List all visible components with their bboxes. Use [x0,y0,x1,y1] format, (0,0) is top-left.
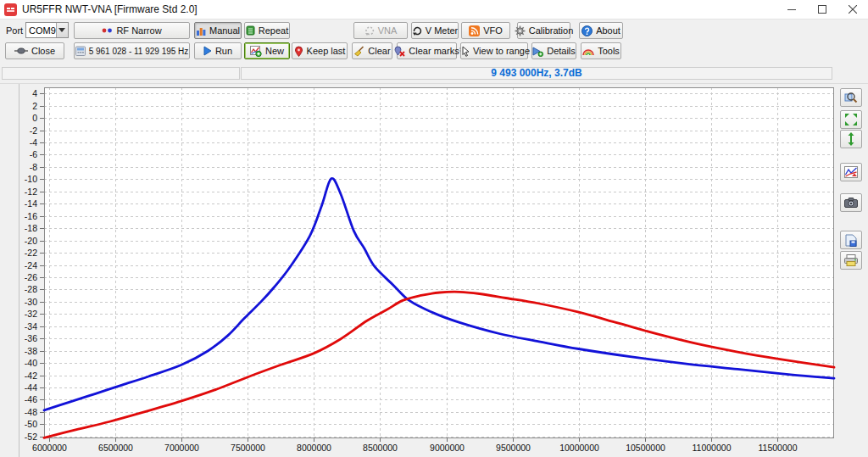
y-tick-label: 4 [32,88,37,98]
close-sweep-button[interactable]: Close [5,42,64,59]
manual-button[interactable]: Manual [194,22,242,39]
screenshot-button[interactable] [840,193,862,212]
marker-readout: 9 493 000Hz, 3.7dB [242,68,832,79]
port-select[interactable]: COM9 [25,22,69,38]
repeat-button[interactable]: Repeat [244,22,290,39]
rf-narrow-button[interactable]: RF Narrow [74,22,190,39]
y-tick-label: -20 [25,236,37,246]
grid-layer [44,87,834,438]
save-icon [845,234,857,247]
details-icon [532,46,543,57]
y-tick-label: -18 [25,223,37,233]
maximize-button[interactable] [807,0,837,19]
zoom-select-button[interactable] [840,88,862,107]
window-controls [776,0,868,19]
port-label: Port [6,25,23,36]
print-icon [844,254,858,266]
vfo-label: VFO [483,25,503,36]
port-value: COM9 [26,25,56,36]
keep-last-button[interactable]: Keep last [292,42,348,59]
plot-background [44,87,834,438]
vertical-scale-button[interactable] [840,130,862,148]
frequency-range-label: 5 961 028 - 11 929 195 Hz [89,47,189,56]
new-button[interactable]: New [244,42,290,59]
close-window-button[interactable] [837,0,868,19]
y-tick-label: -16 [25,211,37,221]
y-tick-label: -44 [25,382,37,393]
x-tick-label: 9000000 [430,443,465,453]
details-button[interactable]: Details [531,42,576,59]
y-tick-label: -4 [30,137,37,148]
view-to-range-button[interactable]: View to range [460,42,528,59]
rainbow-icon [582,47,594,55]
clear-marks-button[interactable]: Clear marks [397,42,457,59]
zoom-select-icon [844,91,858,104]
x-tick-label: 11000000 [693,443,732,453]
y-tick-label: -28 [25,284,37,294]
broom-icon [353,46,364,57]
x-tick-label: 11500000 [759,443,798,453]
y-tick-label: -2 [30,125,37,136]
vertical-scale-icon [847,132,855,146]
run-button[interactable]: Run [194,42,242,59]
y-tick-label: 2 [32,101,37,111]
rf-dots-icon [102,27,113,34]
y-tick-label: -30 [25,297,37,307]
manual-label: Manual [209,25,240,36]
circular-arrows-icon [412,25,422,36]
print-button[interactable] [840,251,862,270]
y-tick-label: -32 [25,309,37,319]
vna-button[interactable]: VNA [353,22,408,39]
calibration-label: Calibration [529,25,574,36]
calibration-button[interactable]: Calibration [517,22,570,39]
y-tick-label: -10 [25,174,37,184]
save-button[interactable] [840,231,862,249]
rf-narrow-label: RF Narrow [116,25,161,36]
status-panel-marker: 9 493 000Hz, 3.7dB [241,67,832,80]
details-label: Details [547,46,576,56]
pin-icon [294,46,303,57]
gear-icon [515,25,526,36]
minimize-button[interactable] [776,0,807,19]
keep-last-label: Keep last [307,46,346,56]
clear-marks-label: Clear marks [409,46,459,56]
y-tick-label: -6 [30,149,37,159]
vna-icon [364,25,375,36]
fit-view-button[interactable] [840,110,862,129]
y-tick-label: -24 [25,260,37,270]
app-icon [4,3,17,16]
new-label: New [265,46,284,56]
traces-chart-icon [844,166,858,178]
calculator-icon [75,46,86,56]
y-tick-label: -12 [25,187,37,197]
x-tick-label: 9500000 [496,443,531,453]
y-tick-label: -8 [30,162,37,172]
tools-button[interactable]: Tools [581,42,621,59]
y-tick-label: -14 [25,198,37,209]
x-tick-label: 6000000 [32,443,67,453]
clear-label: Clear [368,46,390,56]
y-tick-label: -36 [25,333,37,343]
new-chart-icon [250,46,262,57]
run-label: Run [215,46,232,56]
v-meter-button[interactable]: V Meter [411,22,459,39]
frequency-range-button[interactable]: 5 961 028 - 11 929 195 Hz [74,42,190,59]
about-button[interactable]: About [579,22,623,39]
y-tick-label: 0 [32,113,37,123]
traces-settings-button[interactable] [840,163,862,181]
chevron-down-icon[interactable] [56,23,68,37]
vna-label: VNA [378,25,398,36]
sweep-chart[interactable]: 420-2-4-6-8-10-12-14-16-18-20-22-24-26-2… [0,83,868,457]
vfo-button[interactable]: VFO [461,22,510,39]
clear-button[interactable]: Clear [352,42,392,59]
pin-delete-icon [394,46,405,57]
y-tick-label: -48 [25,407,37,417]
x-tick-label: 10500000 [626,443,665,453]
repeat-label: Repeat [259,25,288,36]
y-tick-label: -50 [25,419,37,429]
eye-icon [14,47,28,55]
about-label: About [596,25,620,36]
x-tick-label: 8000000 [297,443,331,453]
tools-label: Tools [598,46,620,56]
y-tick-label: -46 [25,394,37,404]
